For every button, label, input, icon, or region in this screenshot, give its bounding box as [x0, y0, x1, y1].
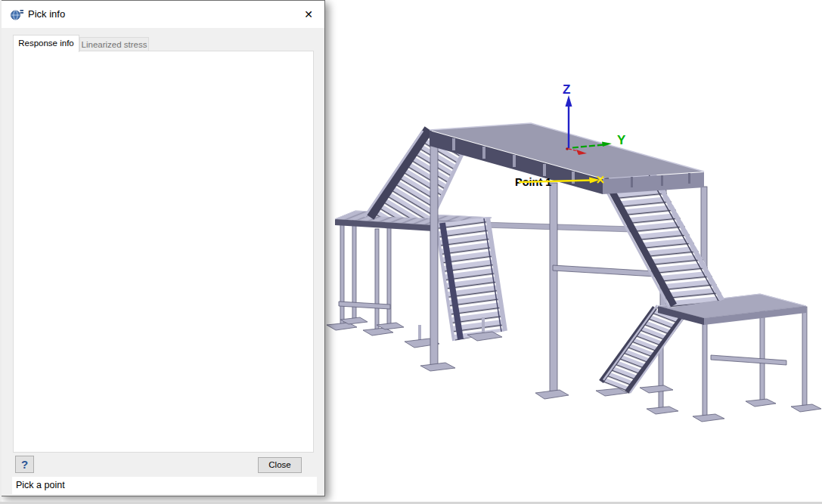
application-window: Z Y Point 1 Pick info ✕ Response info L: [0, 0, 822, 504]
close-icon[interactable]: ✕: [300, 6, 317, 23]
y-axis-label: Y: [617, 133, 626, 147]
response-info-panel: [13, 51, 314, 453]
dialog-titlebar[interactable]: Pick info ✕: [1, 1, 324, 28]
dialog-title: Pick info: [28, 8, 65, 20]
window-left-edge: [0, 0, 2, 504]
z-axis-arrow: [566, 95, 572, 107]
help-button[interactable]: ?: [15, 456, 34, 473]
middle-staircase: [405, 217, 505, 348]
tab-response-info[interactable]: Response info: [13, 35, 79, 52]
pick-info-icon: [11, 9, 23, 20]
steel-walkway-model: [327, 123, 821, 422]
close-button[interactable]: Close: [258, 457, 302, 473]
main-platform: [430, 123, 704, 194]
lower-right-staircase: [596, 305, 684, 396]
status-bar: Pick a point: [12, 477, 317, 494]
z-axis-label: Z: [563, 82, 570, 97]
tab-linearized-stress[interactable]: Linearized stress: [79, 37, 149, 51]
pick-info-dialog: Pick info ✕ Response info Linearized str…: [0, 0, 325, 496]
